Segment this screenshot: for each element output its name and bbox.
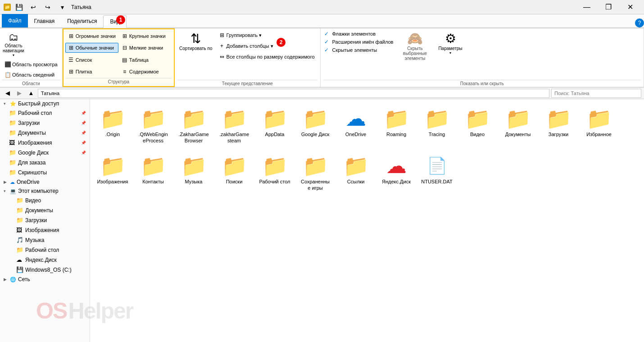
file-name: OneDrive — [345, 131, 366, 137]
file-name: Tracing — [429, 131, 445, 137]
file-item-zakhar[interactable]: 📁 .ZakharGameBrowser — [176, 104, 212, 146]
preview-pane-button[interactable]: ⬛ Область просмотра — [2, 59, 60, 69]
address-input[interactable] — [38, 89, 549, 98]
folder-icon: 📁 — [424, 106, 449, 131]
qa-redo-button[interactable]: ↪ — [41, 1, 54, 14]
fit-columns-label: Все столбцы по размеру содержимого — [227, 54, 315, 59]
minimize-button[interactable]: — — [576, 0, 597, 14]
file-item-appdata[interactable]: 📁 AppData — [257, 104, 293, 146]
folder-icon: 📁 — [16, 207, 23, 214]
nav-pane-button[interactable]: 🗂 Область навигации ▾ — [2, 30, 25, 59]
this-pc-label: Этот компьютер — [18, 188, 59, 194]
file-item-origin[interactable]: 📁 .Origin — [95, 104, 131, 146]
maximize-button[interactable]: ❐ — [598, 0, 619, 14]
ribbon-help-button[interactable]: ? — [635, 18, 644, 27]
file-item-googledrive[interactable]: 📁 Google Диск — [297, 104, 333, 146]
yandex-icon: ☁ — [16, 256, 23, 264]
tile-button[interactable]: ⊞ Плитка — [65, 67, 118, 77]
file-item-tracing[interactable]: 📁 Tracing — [419, 104, 455, 146]
sidebar-item-downloads[interactable]: 📁 Загрузки 📌 — [0, 118, 90, 128]
close-button[interactable]: ✕ — [620, 0, 640, 14]
huge-icons-icon: ⊞ — [68, 33, 74, 39]
file-name: Изображения — [97, 178, 128, 185]
up-button[interactable]: ▲ — [26, 88, 36, 98]
sidebar-pc-downloads[interactable]: 📁 Загрузки — [0, 215, 90, 225]
sidebar-item-documents[interactable]: 📁 Документы 📌 — [0, 128, 90, 138]
file-name: .Origin — [105, 131, 120, 137]
qa-undo-button[interactable]: ↩ — [27, 1, 40, 14]
group-button[interactable]: ⊞ Группировать ▾ — [216, 30, 317, 40]
tab-file[interactable]: Файл — [2, 14, 28, 27]
file-item-images[interactable]: 📁 Изображения — [95, 151, 131, 194]
file-item-onedrive[interactable]: ☁ OneDrive — [338, 104, 374, 146]
search-input[interactable] — [551, 89, 641, 98]
options-button[interactable]: ⚙ Параметры ▾ — [435, 30, 465, 80]
item-checkboxes-check[interactable]: ✓ Флажки элементов — [323, 30, 395, 37]
layout-group-label: Структура — [65, 78, 172, 84]
computer-icon: 💻 — [10, 188, 16, 194]
folder-icon: 📁 — [546, 106, 571, 131]
file-item-qtwebengine[interactable]: 📁 .QtWebEngineProcess — [135, 104, 171, 146]
sidebar-this-pc[interactable]: ▾ 💻 Этот компьютер — [0, 187, 90, 196]
file-name: Видео — [470, 131, 485, 137]
file-item-saved-games[interactable]: 📁 Сохраненные игры — [297, 151, 333, 194]
sidebar-onedrive[interactable]: ▶ ☁ OneDrive — [0, 178, 90, 187]
sidebar-network[interactable]: ▶ 🌐 Сеть — [0, 275, 90, 284]
file-item-searches[interactable]: 📁 Поиски — [216, 151, 252, 194]
huge-icons-button[interactable]: ⊞ Огромные значки — [65, 31, 118, 41]
folder-icon: 📁 — [222, 153, 247, 178]
sidebar-pc-music[interactable]: 🎵 Музыка — [0, 235, 90, 245]
qa-more-button[interactable]: ▾ — [56, 1, 68, 14]
sidebar-pc-docs[interactable]: 📁 Документы — [0, 205, 90, 215]
sidebar-item-screenshots[interactable]: 📁 Скриншоты — [0, 168, 90, 178]
sidebar-pc-desktop[interactable]: 📁 Рабочий стол — [0, 245, 90, 255]
tab-share[interactable]: Поделиться — [61, 15, 103, 27]
small-icons-icon: ⊟ — [122, 45, 128, 51]
screenshots-label: Скриншоты — [18, 169, 47, 176]
folder-icon: 📁 — [141, 153, 166, 178]
sidebar-pc-video[interactable]: 📁 Видео — [0, 196, 90, 205]
content-button[interactable]: ≡ Содержимое — [119, 67, 172, 77]
folder-icon: 📁 — [100, 106, 125, 131]
large-icons-button[interactable]: ⊞ Крупные значки — [119, 31, 172, 41]
hide-selected-button[interactable]: 🙈 Скрыть выбранные элементы — [399, 30, 431, 80]
sidebar-item-images[interactable]: 🖼 Изображения 📌 — [0, 138, 90, 148]
sidebar-pc-c-drive[interactable]: 💾 Windows8_OS (C:) — [0, 265, 90, 275]
table-button[interactable]: ▤ Таблица — [119, 55, 172, 65]
file-item-music[interactable]: 📁 Музыка — [176, 151, 212, 194]
file-item-zakhar-steam[interactable]: 📁 .zakharGamesteam — [216, 104, 252, 146]
fit-columns-button[interactable]: ⇔ Все столбцы по размеру содержимого — [216, 52, 317, 62]
window-title: Татьяна — [71, 4, 91, 10]
file-item-video[interactable]: 📁 Видео — [459, 104, 495, 146]
file-item-contacts[interactable]: 📁 Контакты — [135, 151, 171, 194]
medium-icons-button[interactable]: ⊞ Обычные значки — [65, 43, 118, 53]
sidebar-pc-images[interactable]: 🖼 Изображения — [0, 225, 90, 235]
qa-save-button[interactable]: 💾 — [13, 1, 25, 14]
sidebar-pc-yandex[interactable]: ☁ Яндекс.Диск — [0, 255, 90, 265]
file-item-downloads[interactable]: 📁 Загрузки — [540, 104, 576, 146]
sidebar-item-fororder[interactable]: 📁 Для заказа — [0, 158, 90, 168]
tab-home[interactable]: Главная — [28, 15, 61, 27]
file-item-ntuser[interactable]: 📄 NTUSER.DAT — [419, 151, 455, 194]
file-name: AppData — [265, 131, 285, 137]
file-item-desktop[interactable]: 📁 Рабочий стол — [257, 151, 293, 194]
sidebar-quick-access[interactable]: ▾ ⭐ Быстрый доступ — [0, 99, 90, 108]
file-item-favorites[interactable]: 📁 Избранное — [581, 104, 617, 146]
file-item-documents[interactable]: 📁 Документы — [500, 104, 536, 146]
file-item-links[interactable]: 📁 Ссылки — [338, 151, 374, 194]
file-extensions-check[interactable]: ✓ Расширения имён файлов — [323, 38, 395, 46]
sort-button[interactable]: ⇅ Сортировать по — [177, 30, 214, 52]
hidden-items-check[interactable]: ✓ Скрытые элементы — [323, 46, 395, 54]
forward-button[interactable]: ▶ — [14, 88, 24, 98]
badge-1: 1 — [116, 15, 125, 24]
file-item-yandex[interactable]: ☁ Яндекс.Диск — [378, 151, 414, 194]
add-columns-button[interactable]: + Добавить столбцы ▾ — [216, 41, 317, 51]
list-button[interactable]: ☰ Список — [65, 55, 118, 65]
sidebar-item-desktop[interactable]: 📁 Рабочий стол 📌 — [0, 108, 90, 118]
details-pane-button[interactable]: 📋 Область сведений — [2, 70, 60, 80]
ribbon-tabs: Файл Главная Поделиться Вид ? — [0, 14, 644, 28]
back-button[interactable]: ◀ — [3, 88, 13, 98]
small-icons-button[interactable]: ⊟ Мелкие значки — [119, 43, 172, 53]
file-item-roaming[interactable]: 📁 Roaming — [378, 104, 414, 146]
sidebar-item-googledrive[interactable]: 📁 Google Диск 📌 — [0, 148, 90, 158]
